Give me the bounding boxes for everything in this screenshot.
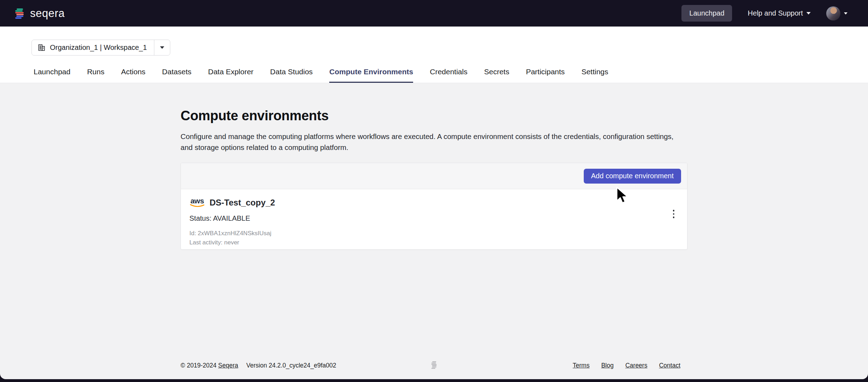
terms-link[interactable]: Terms <box>573 362 590 369</box>
contact-link[interactable]: Contact <box>659 362 680 369</box>
seqera-footer-mark-icon <box>430 360 438 371</box>
user-menu[interactable] <box>826 6 847 21</box>
tab-credentials[interactable]: Credentials <box>430 68 467 83</box>
launchpad-button[interactable]: Launchpad <box>681 5 732 22</box>
tab-actions[interactable]: Actions <box>121 68 145 83</box>
seqera-brand[interactable]: seqera <box>13 7 65 20</box>
environment-id: Id: 2xWBA1xznHlZ4NSksIUsaj <box>189 230 679 237</box>
row-options-menu-button[interactable] <box>671 208 677 220</box>
aws-logo-text: aws <box>190 198 204 204</box>
content-sheet: seqera Launchpad Help and Support <box>0 0 868 379</box>
environment-status: Status: AVAILABLE <box>189 214 679 222</box>
panel-toolbar: Add compute environment <box>181 163 687 189</box>
aws-smile-icon <box>190 204 205 208</box>
copyright-text: © 2019-2024 Seqera <box>181 362 238 369</box>
workspace-selector[interactable]: Organization_1 | Workspace_1 <box>32 40 170 56</box>
kebab-dot <box>673 216 675 218</box>
page-description: Configure and manage the computing platf… <box>181 131 685 153</box>
chevron-down-icon <box>806 12 811 15</box>
avatar <box>826 6 840 21</box>
workspace-tabs: Launchpad Runs Actions Datasets Data Exp… <box>0 68 868 83</box>
navbar-right: Launchpad Help and Support <box>681 5 847 22</box>
compute-environment-row[interactable]: aws DS-Test_copy_2 Status: AVAILABLE Id:… <box>181 189 687 249</box>
kebab-dot <box>673 210 675 212</box>
environment-title-row: aws DS-Test_copy_2 <box>189 197 679 208</box>
tab-settings[interactable]: Settings <box>581 68 608 83</box>
tab-secrets[interactable]: Secrets <box>484 68 509 83</box>
workspace-band: Organization_1 | Workspace_1 Launchpad R… <box>0 27 868 83</box>
chevron-down-icon <box>844 12 847 15</box>
environment-name-link[interactable]: DS-Test_copy_2 <box>210 198 275 208</box>
tab-launchpad[interactable]: Launchpad <box>34 68 70 83</box>
kebab-dot <box>673 213 675 215</box>
careers-link[interactable]: Careers <box>625 362 647 369</box>
organization-icon <box>38 44 46 52</box>
workspace-label: Organization_1 | Workspace_1 <box>50 44 147 52</box>
tab-datasets[interactable]: Datasets <box>162 68 192 83</box>
copyright-years: © 2019-2024 <box>181 362 216 369</box>
add-compute-environment-button[interactable]: Add compute environment <box>584 169 681 184</box>
chevron-down-icon <box>160 46 164 49</box>
seqera-footer-link[interactable]: Seqera <box>218 362 238 369</box>
help-label: Help and Support <box>748 9 803 17</box>
tab-data-explorer[interactable]: Data Explorer <box>208 68 253 83</box>
brand-wordmark: seqera <box>30 7 65 20</box>
tab-compute-environments[interactable]: Compute Environments <box>329 68 413 83</box>
content-column: Compute environments Configure and manag… <box>181 83 687 250</box>
environment-last-activity: Last activity: never <box>189 239 679 246</box>
page-footer: © 2019-2024 Seqera Version 24.2.0_cycle2… <box>0 362 868 371</box>
footer-links: Terms Blog Careers Contact <box>573 362 680 369</box>
tab-data-studios[interactable]: Data Studios <box>270 68 313 83</box>
tab-participants[interactable]: Participants <box>526 68 565 83</box>
app-window: seqera Launchpad Help and Support <box>0 0 868 382</box>
main-area: Compute environments Configure and manag… <box>0 83 868 377</box>
compute-environments-panel: Add compute environment aws DS-Test_copy… <box>181 163 687 250</box>
seqera-logo-icon <box>13 7 26 20</box>
top-navbar: seqera Launchpad Help and Support <box>0 0 868 27</box>
workspace-dropdown-toggle[interactable] <box>154 40 170 55</box>
workspace-selector-main[interactable]: Organization_1 | Workspace_1 <box>32 40 154 55</box>
aws-provider-icon: aws <box>189 198 205 208</box>
version-text: Version 24.2.0_cycle24_e9fa002 <box>246 362 336 369</box>
page-title: Compute environments <box>181 83 687 123</box>
tab-runs[interactable]: Runs <box>87 68 104 83</box>
help-and-support-menu[interactable]: Help and Support <box>748 9 811 17</box>
blog-link[interactable]: Blog <box>601 362 613 369</box>
footer-left: © 2019-2024 Seqera Version 24.2.0_cycle2… <box>181 362 336 369</box>
